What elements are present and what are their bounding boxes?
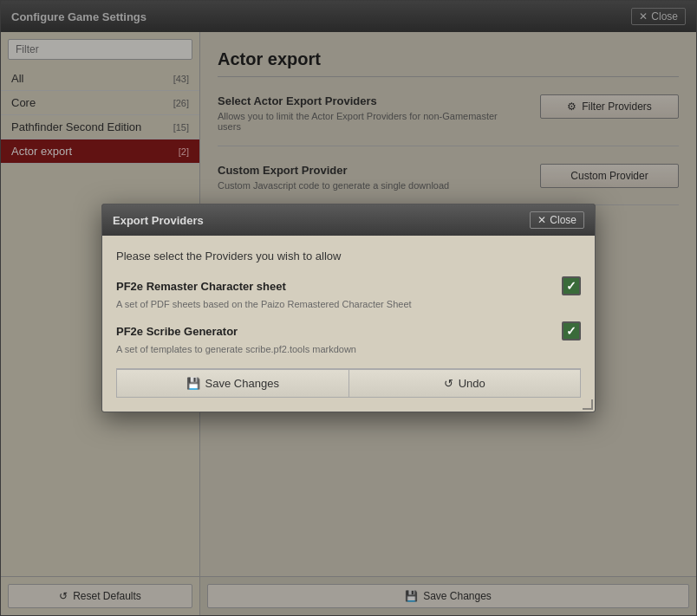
dialog-undo-icon: ↺ [444, 377, 453, 390]
provider-item-scribe: PF2e Scribe Generator A set of templates… [116, 321, 581, 354]
provider-checkbox-scribe[interactable] [562, 321, 581, 340]
dialog-title: Export Providers [113, 214, 204, 227]
provider-name-scribe: PF2e Scribe Generator [116, 325, 238, 338]
dialog-save-icon: 💾 [186, 377, 200, 390]
provider-item-remaster: PF2e Remaster Character sheet A set of P… [116, 276, 581, 309]
provider-item-remaster-header: PF2e Remaster Character sheet [116, 276, 581, 295]
provider-item-scribe-header: PF2e Scribe Generator [116, 321, 581, 340]
provider-checkbox-remaster[interactable] [562, 276, 581, 295]
dialog-undo-button[interactable]: ↺ Undo [348, 369, 582, 398]
dialog-close-button[interactable]: ✕ Close [530, 211, 584, 229]
dialog-body: Please select the Providers you wish to … [102, 236, 595, 412]
provider-desc-scribe: A set of templates to generate scribe.pf… [116, 344, 581, 354]
provider-desc-remaster: A set of PDF sheets based on the Paizo R… [116, 299, 581, 309]
dialog-overlay: Export Providers ✕ Close Please select t… [0, 0, 697, 616]
dialog-close-x-icon: ✕ [537, 214, 546, 226]
dialog-save-button[interactable]: 💾 Save Changes [116, 369, 348, 398]
dialog-title-bar: Export Providers ✕ Close [102, 204, 595, 236]
export-providers-dialog: Export Providers ✕ Close Please select t… [101, 204, 596, 412]
dialog-footer: 💾 Save Changes ↺ Undo [116, 368, 581, 398]
dialog-resize-handle[interactable] [581, 398, 593, 410]
dialog-instruction: Please select the Providers you wish to … [116, 250, 581, 263]
provider-name-remaster: PF2e Remaster Character sheet [116, 280, 286, 293]
